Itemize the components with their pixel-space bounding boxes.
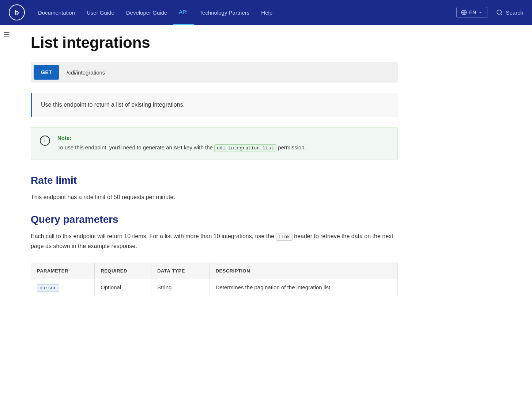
search-label: Search: [506, 9, 523, 16]
logo[interactable]: b: [9, 4, 25, 20]
table-header: PARAMETER REQUIRED DATA TYPE DESCRIPTION: [31, 263, 398, 279]
svg-line-3: [501, 14, 502, 15]
note-code: cdi.integration_list: [214, 144, 276, 152]
query-params-text-before: Each call to this endpoint will return 1…: [31, 233, 274, 239]
language-selector[interactable]: EN: [456, 7, 487, 18]
nav-help[interactable]: Help: [255, 0, 278, 25]
note-text-after: permission.: [278, 144, 306, 150]
cell-parameter: cursor: [31, 279, 95, 296]
nav-developer-guide[interactable]: Developer Guide: [120, 0, 173, 25]
globe-icon: [461, 9, 467, 15]
link-code: Link: [276, 233, 293, 241]
nav-documentation[interactable]: Documentation: [32, 0, 81, 25]
top-nav: b Documentation User Guide Developer Gui…: [0, 0, 532, 25]
nav-technology-partners[interactable]: Technology Partners: [194, 0, 256, 25]
col-required: REQUIRED: [95, 263, 151, 279]
description-text: Use this endpoint to return a list of ex…: [41, 102, 185, 108]
endpoint-bar: GET /cdi/integrations: [31, 62, 398, 83]
table-body: cursor Optional String Determines the pa…: [31, 279, 398, 296]
endpoint-path: /cdi/integrations: [62, 69, 109, 76]
rate-limit-title: Rate limit: [31, 175, 398, 186]
logo-text: b: [15, 9, 19, 16]
col-description: DESCRIPTION: [210, 263, 397, 279]
search-button[interactable]: Search: [496, 9, 523, 16]
note-title: Note:: [57, 135, 389, 141]
page-title: List integrations: [31, 34, 398, 52]
cell-data-type: String: [151, 279, 210, 296]
nav-api[interactable]: API: [173, 0, 193, 25]
col-parameter: PARAMETER: [31, 263, 95, 279]
cell-description: Determines the pagination of the integra…: [210, 279, 397, 296]
col-data-type: DATA TYPE: [151, 263, 210, 279]
query-params-title: Query parameters: [31, 214, 398, 225]
info-icon: i: [40, 136, 50, 146]
main-content: List integrations GET /cdi/integrations …: [13, 25, 415, 314]
cell-required: Optional: [95, 279, 151, 296]
description-block: Use this endpoint to return a list of ex…: [31, 93, 398, 117]
params-table: PARAMETER REQUIRED DATA TYPE DESCRIPTION…: [31, 263, 398, 296]
nav-user-guide[interactable]: User Guide: [81, 0, 120, 25]
query-params-section: Query parameters Each call to this endpo…: [31, 214, 398, 296]
method-badge: GET: [34, 65, 59, 80]
note-text-before: To use this endpoint, you'll need to gen…: [57, 144, 213, 150]
note-content: Note: To use this endpoint, you'll need …: [57, 135, 389, 152]
query-params-text: Each call to this endpoint will return 1…: [31, 231, 398, 251]
sidebar-toggle[interactable]: [0, 25, 13, 314]
svg-point-2: [497, 10, 502, 14]
language-label: EN: [469, 9, 476, 15]
table-row: cursor Optional String Determines the pa…: [31, 279, 398, 296]
hamburger-icon: [3, 31, 10, 38]
chevron-down-icon: [478, 10, 483, 15]
note-text: To use this endpoint, you'll need to gen…: [57, 143, 389, 152]
content-wrapper: List integrations GET /cdi/integrations …: [0, 25, 532, 314]
note-box: i Note: To use this endpoint, you'll nee…: [31, 127, 398, 160]
rate-limit-text: This endpoint has a rate limit of 50 req…: [31, 192, 398, 202]
search-icon: [496, 9, 503, 16]
rate-limit-section: Rate limit This endpoint has a rate limi…: [31, 175, 398, 202]
nav-links: Documentation User Guide Developer Guide…: [32, 0, 452, 25]
